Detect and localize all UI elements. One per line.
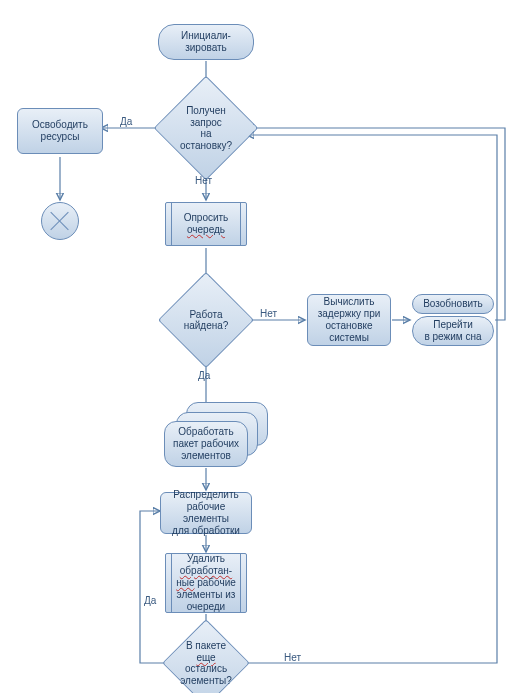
node-work-found: Работанайдена?	[172, 286, 240, 354]
edge-remain-no: Нет	[284, 652, 301, 663]
node-remaining: В пакете еще остались элементы?	[175, 632, 237, 693]
edge-work-no: Нет	[260, 308, 277, 319]
node-stop-request-label: Получензапроснаостановку?	[180, 105, 232, 151]
node-distribute-label: Распределитьрабочие элементыдля обработк…	[167, 489, 245, 537]
node-sleep-label: Перейтив режим сна	[424, 319, 481, 343]
node-calc-delay: Вычислитьзадержку приостановкесистемы	[307, 294, 391, 346]
node-batch: Обработатьпакет рабочихэлементов	[164, 421, 248, 467]
node-poll-queue-label: Опросить очередь	[184, 212, 229, 236]
edge-stop-yes: Да	[120, 116, 132, 127]
node-sleep: Перейтив режим сна	[412, 316, 494, 346]
node-init-label: Инициали-зировать	[181, 30, 231, 54]
node-distribute: Распределитьрабочие элементыдля обработк…	[160, 492, 252, 534]
node-resume: Возобновить	[412, 294, 494, 314]
node-release-label: Освободитьресурсы	[32, 119, 88, 143]
node-delete: Удалить обработан- ные рабочие элементы …	[165, 553, 247, 613]
node-calc-delay-label: Вычислитьзадержку приостановкесистемы	[318, 296, 381, 344]
node-batch-label: Обработатьпакет рабочихэлементов	[173, 426, 239, 462]
node-work-found-label: Работанайдена?	[184, 309, 229, 332]
node-resume-label: Возобновить	[423, 298, 483, 310]
node-release: Освободитьресурсы	[17, 108, 103, 154]
node-remaining-label: В пакете еще остались элементы?	[180, 640, 232, 686]
arrows-layer	[0, 0, 512, 693]
node-poll-queue: Опросить очередь	[165, 202, 247, 246]
node-stop-request: Получензапроснаостановку?	[169, 91, 243, 165]
node-init: Инициали-зировать	[158, 24, 254, 60]
edge-work-yes: Да	[198, 370, 210, 381]
flowchart-canvas: Инициали-зировать Получензапроснаостанов…	[0, 0, 512, 693]
node-end	[41, 202, 79, 240]
node-delete-label: Удалить обработан- ные рабочие элементы …	[176, 553, 236, 613]
edge-stop-no: Нет	[195, 175, 212, 186]
edge-remain-yes: Да	[144, 595, 156, 606]
